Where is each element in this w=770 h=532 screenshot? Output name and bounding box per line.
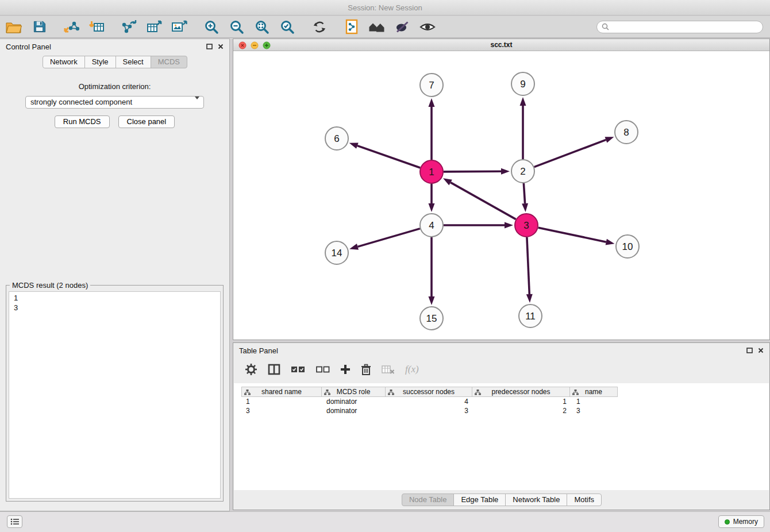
window-titlebar[interactable]: Session: New Session bbox=[0, 0, 770, 16]
network-window-titlebar[interactable]: scc.txt bbox=[233, 39, 769, 51]
table-cell[interactable]: dominator bbox=[322, 406, 386, 415]
column-header-predecessor-nodes[interactable]: predecessor nodes bbox=[472, 387, 570, 397]
zoom-in-icon bbox=[204, 20, 219, 34]
annotation-button[interactable] bbox=[391, 17, 414, 37]
export-table-button[interactable] bbox=[143, 17, 165, 37]
graph-edge-3-1[interactable] bbox=[451, 183, 516, 219]
graph-node-label: 4 bbox=[429, 220, 434, 231]
tab-select[interactable]: Select bbox=[116, 56, 151, 68]
import-network-button[interactable] bbox=[60, 17, 83, 37]
zoom-selected-button[interactable] bbox=[276, 17, 299, 37]
unchecked-boxes-icon bbox=[316, 366, 330, 373]
table-row[interactable]: 3dominator323 bbox=[241, 406, 769, 415]
table-cell[interactable]: 3 bbox=[386, 406, 473, 415]
optimization-label: Optimization criterion: bbox=[0, 82, 229, 91]
graph-edge-3-11[interactable] bbox=[527, 237, 529, 294]
neighbors-button[interactable] bbox=[365, 17, 388, 37]
search-box[interactable] bbox=[596, 21, 763, 33]
graph-edge-arrow bbox=[606, 239, 615, 245]
mcds-result-group: MCDS result (2 nodes) 13 bbox=[6, 285, 224, 502]
create-column-button[interactable] bbox=[340, 364, 351, 375]
select-all-button[interactable] bbox=[291, 365, 306, 373]
table-cell[interactable]: 3 bbox=[572, 406, 620, 415]
table-settings-button[interactable] bbox=[245, 363, 257, 376]
graph-edge-arrow bbox=[429, 203, 435, 212]
table-panel-header: Table Panel bbox=[233, 343, 769, 358]
tab-network-table[interactable]: Network Table bbox=[505, 494, 567, 506]
show-columns-button[interactable] bbox=[268, 364, 280, 375]
window-title: Session: New Session bbox=[348, 3, 422, 12]
table-row[interactable]: 1dominator411 bbox=[241, 397, 769, 406]
table-cell[interactable]: 1 bbox=[572, 397, 620, 406]
tab-motifs[interactable]: Motifs bbox=[567, 494, 602, 506]
float-panel-icon[interactable] bbox=[206, 44, 213, 49]
graph-node-label: 8 bbox=[623, 127, 629, 138]
traffic-lights[interactable] bbox=[238, 41, 271, 49]
graph-edge-1-6[interactable] bbox=[357, 146, 420, 168]
main-toolbar bbox=[0, 16, 770, 38]
table-cell[interactable]: 4 bbox=[386, 397, 473, 406]
export-network-button[interactable] bbox=[117, 17, 140, 37]
graph-edge-1-2[interactable] bbox=[444, 171, 501, 172]
graph-edge-arrow bbox=[520, 97, 526, 106]
close-table-panel-icon[interactable] bbox=[758, 348, 764, 353]
tab-style[interactable]: Style bbox=[84, 56, 116, 68]
column-header-mcds-role[interactable]: MCDS role bbox=[321, 387, 386, 397]
result-item[interactable]: 1 bbox=[9, 293, 220, 303]
graph-edge-arrow bbox=[429, 98, 435, 107]
delete-table-button[interactable] bbox=[382, 365, 395, 374]
save-session-button[interactable] bbox=[28, 17, 51, 37]
function-builder-button[interactable]: f(x) bbox=[405, 364, 419, 375]
graph-edge-arrow bbox=[349, 244, 359, 250]
refresh-button[interactable] bbox=[308, 17, 331, 37]
export-image-button[interactable] bbox=[168, 17, 191, 37]
import-table-button[interactable] bbox=[85, 17, 108, 37]
table-cell[interactable]: 1 bbox=[473, 397, 572, 406]
show-panels-button[interactable] bbox=[7, 515, 22, 528]
tab-node-table[interactable]: Node Table bbox=[402, 494, 455, 506]
zoom-out-button[interactable] bbox=[225, 17, 248, 37]
float-table-panel-icon[interactable] bbox=[746, 348, 753, 353]
graph-area[interactable]: 7968124314101511 bbox=[233, 52, 769, 340]
memory-button[interactable]: Memory bbox=[718, 515, 764, 528]
delete-column-button[interactable] bbox=[361, 364, 371, 376]
table-cell[interactable]: 1 bbox=[241, 397, 322, 406]
status-bar: Memory bbox=[0, 511, 770, 532]
graph-edge-arrow bbox=[526, 294, 533, 303]
zoom-fit-button[interactable] bbox=[251, 17, 274, 37]
graph-edge-arrow bbox=[505, 222, 513, 229]
graph-edge-4-14[interactable] bbox=[357, 229, 419, 247]
apply-layout-button[interactable] bbox=[340, 17, 363, 37]
deselect-all-button[interactable] bbox=[316, 366, 330, 373]
table-cell[interactable]: 3 bbox=[241, 406, 322, 415]
graph-node-label: 3 bbox=[523, 220, 529, 231]
graph-edge-2-8[interactable] bbox=[534, 140, 606, 167]
result-item[interactable]: 3 bbox=[9, 303, 220, 313]
mcds-result-list[interactable]: 13 bbox=[9, 291, 221, 499]
table-cell[interactable]: 2 bbox=[473, 406, 572, 415]
column-icon bbox=[244, 390, 251, 395]
search-input[interactable] bbox=[612, 22, 758, 31]
import-table-icon bbox=[89, 20, 105, 34]
column-header-successor-nodes[interactable]: successor nodes bbox=[385, 387, 472, 397]
close-panel-button[interactable]: Close panel bbox=[118, 115, 175, 128]
tab-network[interactable]: Network bbox=[43, 56, 85, 68]
column-header-name[interactable]: name bbox=[569, 387, 618, 397]
tab-edge-table[interactable]: Edge Table bbox=[453, 494, 506, 506]
graph-edge-3-10[interactable] bbox=[538, 228, 606, 242]
column-header-shared-name[interactable]: shared name bbox=[241, 387, 322, 397]
criterion-select[interactable]: strongly connected component bbox=[25, 96, 204, 109]
zoom-in-button[interactable] bbox=[200, 17, 223, 37]
open-file-button[interactable] bbox=[2, 17, 25, 37]
network-graph[interactable]: 7968124314101511 bbox=[233, 52, 769, 341]
graph-edge-arrow bbox=[605, 137, 614, 142]
toggle-details-button[interactable] bbox=[416, 17, 439, 37]
tab-mcds[interactable]: MCDS bbox=[151, 56, 187, 68]
run-mcds-button[interactable]: Run MCDS bbox=[55, 115, 110, 128]
brush-icon bbox=[395, 20, 410, 34]
close-panel-icon[interactable] bbox=[218, 44, 224, 49]
table-cell[interactable]: dominator bbox=[322, 397, 386, 406]
graph-edge-2-3[interactable] bbox=[523, 183, 525, 203]
memory-label: Memory bbox=[733, 518, 758, 526]
graph-edge-arrow bbox=[522, 203, 528, 212]
